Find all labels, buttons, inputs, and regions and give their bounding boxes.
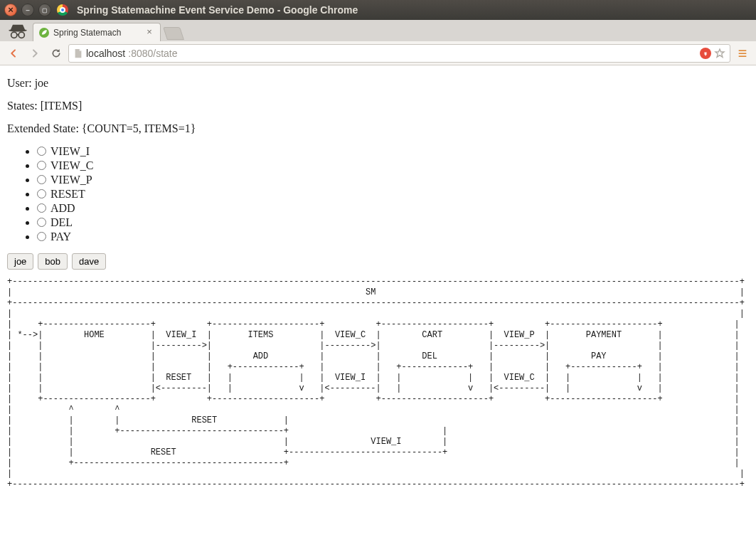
incognito-icon <box>6 21 30 41</box>
window-close-button[interactable] <box>4 4 17 16</box>
radio-reset[interactable] <box>37 189 46 198</box>
user-value: joe <box>35 77 49 89</box>
svg-rect-6 <box>739 55 747 57</box>
radio-label: VIEW_P <box>50 174 92 186</box>
window-minimize-button[interactable] <box>21 4 34 16</box>
states-label: States: <box>7 100 41 112</box>
radio-view-i[interactable] <box>37 147 46 156</box>
user-button-dave[interactable]: dave <box>72 253 106 270</box>
svg-point-1 <box>11 32 17 38</box>
radio-label: ADD <box>50 202 75 214</box>
abp-icon[interactable] <box>700 48 711 59</box>
window-title: Spring Statemachine Event Service Demo -… <box>77 4 358 16</box>
radio-del[interactable] <box>37 218 46 227</box>
svg-rect-4 <box>739 50 747 51</box>
window-maximize-button[interactable] <box>38 4 51 16</box>
list-item: PAY <box>37 230 749 243</box>
radio-label: VIEW_C <box>50 159 93 171</box>
extended-state-label: Extended State: <box>7 122 82 134</box>
svg-rect-5 <box>739 53 747 54</box>
browser-toolbar: localhost:8080/state <box>0 41 756 65</box>
ascii-state-diagram: +---------------------------------------… <box>7 277 749 490</box>
tab-strip: Spring Statemach × <box>0 20 756 41</box>
list-item: RESET <box>37 188 749 201</box>
new-tab-button[interactable] <box>163 27 184 40</box>
list-item: VIEW_C <box>37 159 749 172</box>
radio-label: VIEW_I <box>50 145 90 157</box>
window-titlebar: Spring Statemachine Event Service Demo -… <box>0 0 756 20</box>
chrome-icon <box>57 4 68 16</box>
user-button-bob[interactable]: bob <box>38 253 68 270</box>
forward-button[interactable] <box>26 44 44 63</box>
radio-label: PAY <box>50 230 71 243</box>
user-button-row: joe bob dave <box>7 253 749 270</box>
list-item: ADD <box>37 202 749 215</box>
svg-point-0 <box>9 29 27 32</box>
back-button[interactable] <box>4 44 23 63</box>
bookmark-star-icon[interactable] <box>714 48 725 59</box>
page-icon <box>73 48 83 58</box>
radio-pay[interactable] <box>37 232 46 241</box>
extended-state-line: Extended State: {COUNT=5, ITEMS=1} <box>7 122 749 135</box>
states-value: [ITEMS] <box>41 100 82 112</box>
reload-button[interactable] <box>47 44 65 63</box>
address-bar[interactable]: localhost:8080/state <box>68 44 730 63</box>
user-label: User: <box>7 77 35 89</box>
page-content: User: joe States: [ITEMS] Extended State… <box>0 65 756 497</box>
states-line: States: [ITEMS] <box>7 100 749 112</box>
radio-view-p[interactable] <box>37 175 46 184</box>
event-radio-list: VIEW_I VIEW_C VIEW_P RESET ADD DEL PAY <box>7 145 749 243</box>
radio-label: RESET <box>50 188 85 200</box>
user-button-joe[interactable]: joe <box>7 253 33 270</box>
chrome-menu-button[interactable] <box>733 44 752 63</box>
radio-add[interactable] <box>37 203 46 213</box>
radio-view-c[interactable] <box>37 161 46 170</box>
tab-title: Spring Statemach <box>53 28 144 38</box>
user-line: User: joe <box>7 77 749 90</box>
list-item: VIEW_I <box>37 145 749 158</box>
svg-point-2 <box>18 32 24 38</box>
browser-tab[interactable]: Spring Statemach × <box>33 23 161 41</box>
leaf-icon <box>39 28 49 38</box>
list-item: DEL <box>37 216 749 229</box>
url-path: :8080/state <box>128 48 177 59</box>
tab-close-button[interactable]: × <box>144 28 154 38</box>
url-host: localhost <box>86 48 125 59</box>
extended-state-value: {COUNT=5, ITEMS=1} <box>82 122 196 134</box>
radio-label: DEL <box>50 216 73 228</box>
list-item: VIEW_P <box>37 174 749 186</box>
